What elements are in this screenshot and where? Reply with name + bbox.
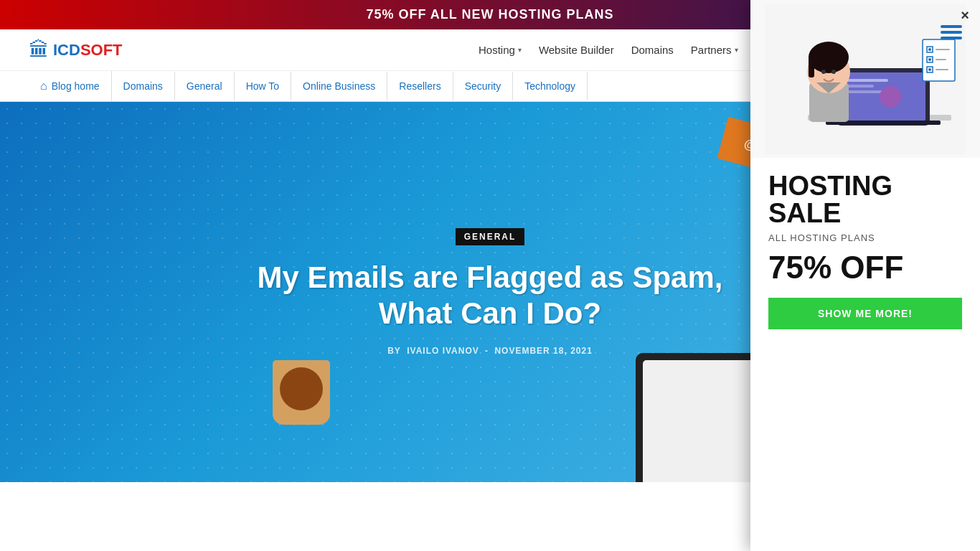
- svg-point-26: [928, 58, 931, 61]
- hero-content: GENERAL My Emails are Flagged as Spam, W…: [221, 228, 759, 357]
- chevron-icon: ▾: [518, 46, 522, 54]
- blog-nav-domains[interactable]: Domains: [112, 72, 175, 100]
- nav-hosting[interactable]: Hosting ▾: [479, 44, 522, 56]
- nav-website-builder[interactable]: Website Builder: [539, 44, 614, 56]
- svg-rect-19: [936, 59, 946, 60]
- popup-content: HOSTING SALE ALL HOSTING PLANS 75% OFF S…: [750, 158, 980, 551]
- blog-nav-general[interactable]: General: [175, 72, 235, 100]
- popup-overlay: ×: [750, 0, 980, 551]
- logo-icon: 🏛: [29, 38, 49, 62]
- svg-rect-17: [936, 49, 950, 50]
- banner-text: 75% OFF ALL NEW HOSTING PLANS: [366, 7, 613, 22]
- svg-rect-23: [941, 31, 962, 34]
- svg-rect-21: [936, 69, 948, 70]
- popup-close-button[interactable]: ×: [961, 7, 969, 24]
- blog-nav-technology[interactable]: Technology: [513, 72, 588, 100]
- svg-point-25: [928, 48, 931, 51]
- chevron-icon: ▾: [735, 46, 738, 54]
- svg-point-27: [928, 68, 931, 71]
- logo-text: ICDSOFT: [53, 41, 123, 60]
- svg-rect-12: [809, 56, 814, 77]
- blog-nav-security[interactable]: Security: [453, 72, 514, 100]
- svg-rect-24: [941, 37, 962, 39]
- popup-sale-line1: HOSTING SALE: [768, 172, 962, 227]
- popup-discount: 75% OFF: [768, 252, 962, 283]
- popup-cta-button[interactable]: SHOW ME MORE!: [768, 298, 962, 329]
- svg-point-14: [831, 70, 836, 74]
- blog-nav-online-business[interactable]: Online Business: [291, 72, 387, 100]
- hero-category-badge: GENERAL: [456, 228, 525, 245]
- blog-nav-howto[interactable]: How To: [235, 72, 291, 100]
- svg-rect-22: [941, 25, 962, 28]
- svg-point-13: [821, 70, 826, 74]
- logo[interactable]: 🏛 ICDSOFT: [29, 38, 123, 62]
- svg-point-11: [809, 42, 849, 73]
- coffee-cup-decoration: [273, 360, 330, 425]
- blog-nav-resellers[interactable]: Resellers: [387, 72, 453, 100]
- popup-all-plans: ALL HOSTING PLANS: [768, 232, 962, 243]
- popup-illustration: [750, 0, 980, 158]
- svg-rect-6: [845, 90, 885, 93]
- svg-rect-5: [845, 85, 874, 88]
- svg-point-7: [880, 86, 901, 108]
- home-icon: ⌂: [40, 80, 47, 93]
- popup-illustration-svg: [765, 4, 966, 154]
- svg-rect-4: [845, 79, 888, 82]
- hero-meta: BY IVAILO IVANOV - NOVEMBER 18, 2021: [221, 346, 759, 356]
- nav-partners[interactable]: Partners ▾: [691, 44, 738, 56]
- hero-title: My Emails are Flagged as Spam, What Can …: [221, 260, 759, 332]
- blog-nav-home[interactable]: ⌂ Blog home: [29, 71, 112, 101]
- nav-domains[interactable]: Domains: [631, 44, 674, 56]
